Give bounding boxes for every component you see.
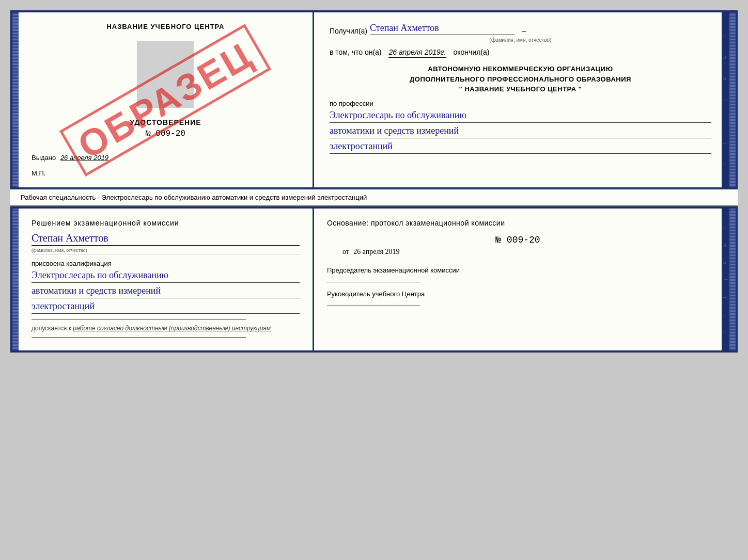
issued-date: 26 апреля 2019 [60, 154, 108, 162]
допускается-label: допускается к [32, 325, 71, 332]
in-that-label: в том, что он(а) [330, 48, 382, 56]
date-line: в том, что он(а) 26 апреля 2019г. окончи… [330, 48, 711, 56]
director-sig-line [327, 306, 420, 306]
issued-label: Выдано [32, 154, 56, 162]
fio-caption-top: (фамилия, имя, отчество) [330, 37, 711, 43]
protocol-number: № 009-20 [327, 235, 709, 245]
decision-title: Решением экзаменационной комиссии [32, 219, 300, 227]
prof-line1: Электрослесарь по обслуживанию [330, 110, 711, 123]
protocol-date-value: 26 апреля 2019 [353, 248, 399, 255]
qual-line1: Электрослесарь по обслуживанию [32, 270, 300, 283]
finished-label: окончил(а) [454, 48, 490, 56]
bottom-doc-left-panel: Решением экзаменационной комиссии Степан… [19, 209, 314, 350]
protocol-date-prefix: от [342, 248, 349, 255]
left-spine-strip [12, 12, 19, 187]
допускается-text: допускается к работе согласно должностны… [32, 325, 300, 332]
profession-label: по профессии [330, 100, 711, 107]
допускается-value: работе согласно должностным (производств… [73, 325, 271, 332]
org-block: АВТОНОМНУЮ НЕКОММЕРЧЕСКУЮ ОРГАНИЗАЦИЮ ДО… [330, 64, 711, 94]
qual-line2: автоматики и средств измерений [32, 285, 300, 298]
top-left-title: НАЗВАНИЕ УЧЕБНОГО ЦЕНТРА [32, 23, 300, 30]
right-margin-dashes-bottom: – и а ← – – – [722, 209, 729, 350]
right-spine-strip-top [729, 12, 736, 187]
qual-line3: электростанций [32, 301, 300, 314]
director-label: Руководитель учебного Центра [327, 290, 709, 298]
page-wrapper: НАЗВАНИЕ УЧЕБНОГО ЦЕНТРА УДОСТОВЕРЕНИЕ №… [10, 10, 738, 353]
org-line3: " НАЗВАНИЕ УЧЕБНОГО ЦЕНТРА " [330, 84, 711, 94]
top-document: НАЗВАНИЕ УЧЕБНОГО ЦЕНТРА УДОСТОВЕРЕНИЕ №… [10, 10, 738, 189]
dash-after-name: – [522, 27, 526, 35]
issued-line: Выдано 26 апреля 2019 [32, 154, 300, 162]
cert-label: УДОСТОВЕРЕНИЕ [32, 118, 300, 126]
in-that-date: 26 апреля 2019г. [388, 48, 446, 58]
prof-line3: электростанций [330, 141, 711, 154]
org-line2: ДОПОЛНИТЕЛЬНОГО ПРОФЕССИОНАЛЬНОГО ОБРАЗО… [330, 74, 711, 85]
received-name: Степан Ахметтов [370, 23, 515, 35]
osnov-title: Основание: протокол экзаменационной коми… [327, 219, 709, 227]
bottom-doc-right-panel: Основание: протокол экзаменационной коми… [314, 209, 722, 350]
cert-number: № 009-20 [32, 129, 300, 138]
fio-caption-bottom: (фамилия, имя, отчество) [32, 247, 300, 254]
bottom-document: Решением экзаменационной комиссии Степан… [10, 206, 738, 353]
top-doc-right-panel: Получил(а) Степан Ахметтов – (фамилия, и… [314, 12, 722, 187]
org-line1: АВТОНОМНУЮ НЕКОММЕРЧЕСКУЮ ОРГАНИЗАЦИЮ [330, 64, 711, 74]
received-label: Получил(а) [330, 27, 367, 35]
qualification-label: присвоена квалификация [32, 260, 300, 267]
signature-line-bottom2 [32, 337, 246, 338]
middle-text: Рабочая специальность - Электрослесарь п… [10, 189, 738, 206]
chairman-sig-line [327, 282, 420, 282]
received-line: Получил(а) Степан Ахметтов – [330, 23, 711, 35]
mp-line: М.П. [32, 169, 300, 177]
photo-placeholder [137, 41, 194, 108]
protocol-date: от 26 апреля 2019 [342, 248, 709, 256]
top-doc-left-panel: НАЗВАНИЕ УЧЕБНОГО ЦЕНТРА УДОСТОВЕРЕНИЕ №… [19, 12, 314, 187]
signature-line-bottom [32, 319, 246, 319]
chairman-label: Председатель экзаменационной комиссии [327, 266, 709, 274]
person-name-bottom: Степан Ахметтов [32, 232, 300, 246]
right-margin-dashes-top: – и а ← – – – [722, 12, 729, 187]
right-top-section: Получил(а) Степан Ахметтов – (фамилия, и… [330, 23, 711, 154]
left-spine-strip-bottom [12, 209, 19, 350]
prof-line2: автоматики и средств измерений [330, 125, 711, 138]
right-spine-strip-bottom [729, 209, 736, 350]
